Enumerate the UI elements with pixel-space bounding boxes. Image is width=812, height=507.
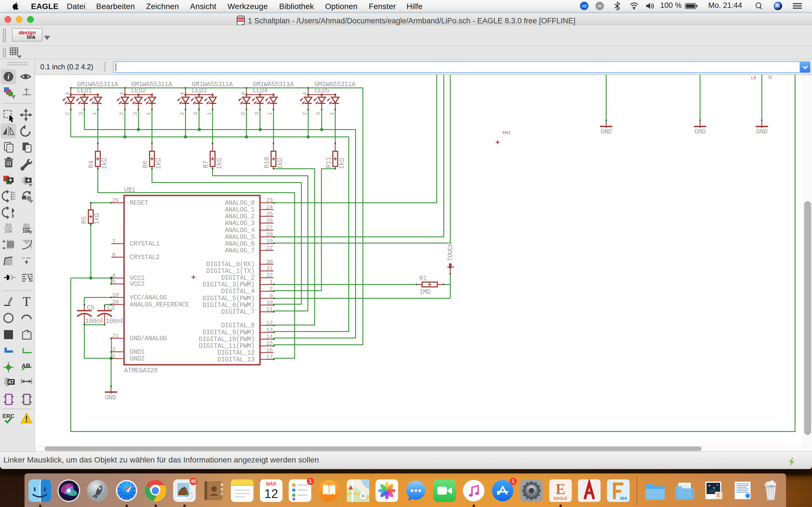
svg-text:R6: R6 xyxy=(142,161,149,168)
svg-text:C5: C5 xyxy=(87,304,94,312)
svg-text:3: 3 xyxy=(132,112,139,115)
svg-text:DIGITAL_7: DIGITAL_7 xyxy=(221,308,255,316)
svg-text:6: 6 xyxy=(112,278,115,285)
svg-text:GND: GND xyxy=(601,128,612,135)
svg-text:LED3: LED3 xyxy=(192,87,207,94)
svg-text:RESET: RESET xyxy=(130,200,148,207)
svg-text:19: 19 xyxy=(266,238,273,244)
svg-text:1: 1 xyxy=(91,112,98,115)
svg-text:ANALOG_6: ANALOG_6 xyxy=(225,240,255,247)
svg-text:27: 27 xyxy=(266,224,273,231)
svg-text:3: 3 xyxy=(315,112,322,115)
svg-text:GND: GND xyxy=(105,394,116,401)
svg-text:3: 3 xyxy=(78,112,84,115)
svg-text:DIGITAL_4: DIGITAL_4 xyxy=(221,288,255,295)
svg-text:13: 13 xyxy=(266,327,273,333)
svg-text:DIGITAL_1(TX): DIGITAL_1(TX) xyxy=(206,268,255,275)
svg-text:LED4: LED4 xyxy=(253,87,267,94)
svg-text:1: 1 xyxy=(146,112,152,115)
svg-text:30: 30 xyxy=(266,259,273,265)
svg-text:100 %: 100 % xyxy=(660,1,682,10)
svg-text:24: 24 xyxy=(266,204,273,210)
svg-text:4: 4 xyxy=(302,92,308,96)
svg-text:22: 22 xyxy=(266,245,273,251)
svg-text:ANALOG_7: ANALOG_7 xyxy=(225,247,255,255)
svg-text:4: 4 xyxy=(112,272,115,279)
svg-text:3D: 3D xyxy=(361,494,365,498)
svg-text:LED5: LED5 xyxy=(314,87,329,94)
svg-text:10: 10 xyxy=(266,299,273,306)
svg-text:12: 12 xyxy=(264,487,278,501)
svg-text:1: 1 xyxy=(329,112,335,115)
svg-text:EAGLE: EAGLE xyxy=(554,496,567,501)
svg-text:DIGITAL_12: DIGITAL_12 xyxy=(217,349,255,356)
svg-text:AT: AT xyxy=(8,380,14,385)
svg-text:R7: R7 xyxy=(202,161,210,168)
svg-text:23: 23 xyxy=(266,197,273,204)
svg-text:R10: R10 xyxy=(263,157,271,168)
svg-text:8: 8 xyxy=(112,251,115,258)
svg-text:Mo. 21:44: Mo. 21:44 xyxy=(708,1,742,10)
svg-text:1: 1 xyxy=(269,279,273,285)
svg-text:GND2: GND2 xyxy=(130,355,145,362)
svg-text:15: 15 xyxy=(266,340,273,347)
svg-text:DIGITAL_13: DIGITAL_13 xyxy=(217,356,255,363)
svg-text:4: 4 xyxy=(64,92,71,96)
svg-text:14: 14 xyxy=(266,334,273,340)
svg-text:10k: 10k xyxy=(4,228,13,234)
svg-text:ATMEGA328: ATMEGA328 xyxy=(124,367,158,374)
svg-text:GND1: GND1 xyxy=(130,348,145,356)
svg-text:E: E xyxy=(556,481,566,497)
svg-text:3: 3 xyxy=(193,112,199,115)
svg-text:18: 18 xyxy=(112,292,119,298)
svg-text:N: N xyxy=(768,75,772,81)
svg-text:ANALOG_1: ANALOG_1 xyxy=(225,206,255,214)
svg-text:32: 32 xyxy=(266,272,273,279)
svg-text:CRYSTAL2: CRYSTAL2 xyxy=(130,254,160,261)
svg-text:VCC/ANALOG: VCC/ANALOG xyxy=(130,294,167,301)
svg-text:1kΩ: 1kΩ xyxy=(276,158,284,169)
svg-text:R1: R1 xyxy=(419,275,426,282)
svg-text:SCH: SCH xyxy=(238,18,244,21)
svg-text:31: 31 xyxy=(266,265,273,272)
svg-text:1MΩ: 1MΩ xyxy=(419,288,430,296)
svg-text:LE: LE xyxy=(751,76,757,80)
svg-text:DIGITAL_2: DIGITAL_2 xyxy=(221,274,255,282)
svg-text:7: 7 xyxy=(112,238,115,244)
svg-text:9: 9 xyxy=(269,293,273,299)
svg-text:DIGITAL_8: DIGITAL_8 xyxy=(221,322,255,329)
svg-text:ANALOG_3: ANALOG_3 xyxy=(225,220,255,227)
svg-text:GND: GND xyxy=(695,128,706,135)
svg-text:U$1: U$1 xyxy=(124,186,135,194)
svg-text:R4: R4 xyxy=(88,161,95,168)
svg-text:2: 2 xyxy=(118,112,125,115)
svg-text:PHI: PHI xyxy=(502,131,511,135)
svg-text:ANALOG_4: ANALOG_4 xyxy=(225,227,255,234)
svg-text:2: 2 xyxy=(64,112,71,115)
svg-text:ANALOG_2: ANALOG_2 xyxy=(225,213,255,220)
svg-text:100nF: 100nF xyxy=(85,318,104,325)
svg-text:1kΩ: 1kΩ xyxy=(216,158,223,169)
svg-text:21: 21 xyxy=(112,333,119,339)
svg-text:DIGITAL_0(RX): DIGITAL_0(RX) xyxy=(206,261,255,268)
svg-text:LED2: LED2 xyxy=(131,87,146,94)
svg-text:DIGITAL_5(PWM): DIGITAL_5(PWM) xyxy=(202,295,255,302)
svg-text:R2: R2 xyxy=(5,223,11,228)
svg-text:ANALOG_0: ANALOG_0 xyxy=(225,200,255,207)
svg-text:DIGITAL_10(PWM): DIGITAL_10(PWM) xyxy=(199,336,255,343)
svg-text:11: 11 xyxy=(266,306,273,313)
svg-text:100nF: 100nF xyxy=(105,318,124,325)
svg-text:DIGITAL_11(PWM): DIGITAL_11(PWM) xyxy=(199,342,255,350)
svg-text:1kΩ: 1kΩ xyxy=(101,158,108,169)
svg-text:DIGITAL_3(PWM): DIGITAL_3(PWM) xyxy=(202,281,255,288)
svg-text:2: 2 xyxy=(302,112,308,115)
svg-text:2: 2 xyxy=(269,286,273,292)
svg-text:1kΩ: 1kΩ xyxy=(155,158,162,169)
svg-text:DIGITAL_9(PWM): DIGITAL_9(PWM) xyxy=(202,329,255,336)
svg-text:360: 360 xyxy=(620,496,627,501)
svg-text:LED1: LED1 xyxy=(77,87,92,94)
svg-text:4: 4 xyxy=(179,92,186,96)
svg-text:4: 4 xyxy=(240,92,246,96)
svg-text:GND/ANALOG: GND/ANALOG xyxy=(130,335,167,342)
svg-text:1: 1 xyxy=(206,112,213,115)
